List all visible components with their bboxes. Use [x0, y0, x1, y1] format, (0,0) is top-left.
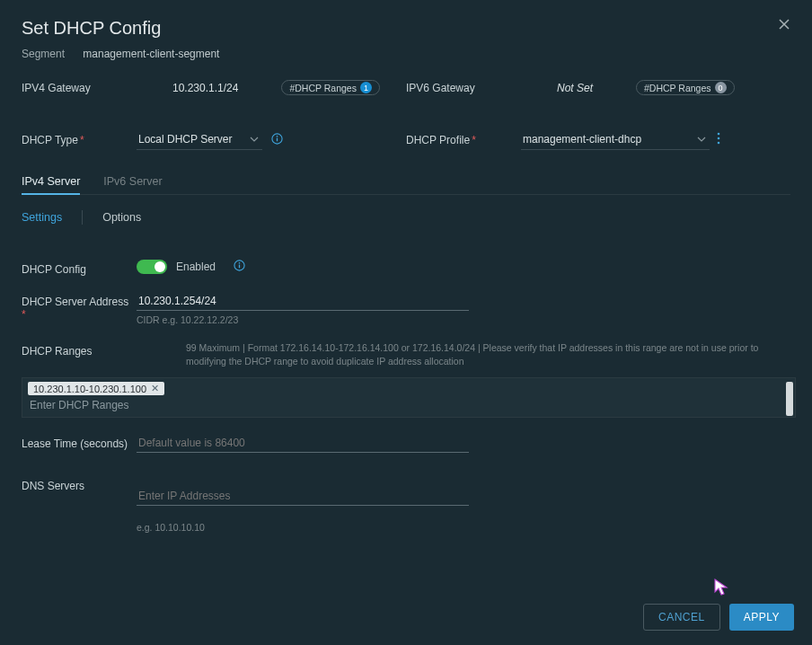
remove-chip-icon[interactable]: ✕	[151, 383, 159, 394]
dhcp-type-value: Local DHCP Server	[138, 133, 232, 146]
svg-rect-2	[277, 137, 278, 141]
segment-value: management-client-segment	[83, 48, 219, 60]
dns-servers-hint: e.g. 10.10.10.10	[137, 522, 790, 533]
profile-actions-icon[interactable]	[717, 132, 720, 147]
svg-point-3	[718, 133, 720, 136]
dhcp-ranges-label: DHCP Ranges	[22, 341, 137, 358]
ipv4-ranges-pill-label: #DHCP Ranges	[289, 83, 357, 93]
svg-rect-8	[239, 265, 240, 269]
dhcp-profile-label: DHCP Profile*	[406, 134, 521, 146]
svg-point-1	[277, 135, 278, 137]
svg-point-5	[718, 142, 720, 145]
ipv4-gateway-value: 10.230.1.1/24	[172, 82, 238, 94]
dialog-title: Set DHCP Config	[22, 18, 161, 39]
close-icon[interactable]	[778, 18, 790, 34]
dhcp-ranges-note: 99 Maximum | Format 172.16.14.10-172.16.…	[186, 341, 790, 368]
segment-label: Segment	[22, 48, 80, 60]
segment-row: Segment management-client-segment	[22, 48, 790, 60]
tab-ipv4-server[interactable]: IPv4 Server	[22, 175, 80, 195]
sub-tabs: Settings Options	[22, 208, 790, 227]
ipv6-ranges-pill[interactable]: #DHCP Ranges 0	[636, 80, 735, 95]
dhcp-range-chip: 10.230.1.10-10.230.1.100 ✕	[28, 382, 164, 395]
ipv4-ranges-pill[interactable]: #DHCP Ranges 1	[281, 80, 380, 95]
cancel-button[interactable]: CANCEL	[643, 604, 720, 631]
apply-button[interactable]: APPLY	[729, 604, 794, 631]
svg-point-4	[718, 137, 720, 140]
dialog-header: Set DHCP Config	[22, 18, 790, 39]
tab-separator	[82, 210, 83, 225]
ipv6-gateway: IPV6 Gateway Not Set #DHCP Ranges 0	[406, 80, 790, 95]
server-address-hint: CIDR e.g. 10.22.12.2/23	[137, 314, 790, 325]
lease-time-label: Lease Time (seconds)	[22, 434, 137, 450]
dhcp-config-dialog: Set DHCP Config Segment management-clien…	[0, 0, 812, 645]
dhcp-ranges-input[interactable]	[22, 395, 795, 417]
ipv6-gateway-value: Not Set	[557, 82, 593, 94]
ipv6-ranges-count: 0	[715, 82, 727, 93]
mouse-cursor-icon	[714, 579, 728, 600]
dialog-footer: CANCEL APPLY	[643, 604, 794, 631]
server-tabs: IPv4 Server IPv6 Server	[22, 175, 790, 195]
ipv4-gateway: IPV4 Gateway 10.230.1.1/24 #DHCP Ranges …	[22, 80, 406, 95]
ipv4-ranges-count: 1	[360, 82, 372, 93]
chevron-down-icon	[697, 134, 706, 146]
dhcp-type-label: DHCP Type*	[22, 134, 137, 146]
dhcp-profile-select[interactable]: management-client-dhcp	[521, 129, 710, 150]
ipv4-gateway-label: IPV4 Gateway	[22, 82, 129, 94]
info-icon[interactable]	[234, 260, 245, 274]
lease-time-input[interactable]	[137, 434, 469, 453]
dhcp-ranges-field[interactable]: 10.230.1.10-10.230.1.100 ✕	[22, 377, 796, 418]
dhcp-config-toggle[interactable]	[137, 260, 167, 274]
ipv6-gateway-label: IPV6 Gateway	[406, 82, 514, 94]
dhcp-type-select[interactable]: Local DHCP Server	[137, 129, 262, 150]
dhcp-config-label: DHCP Config	[22, 260, 137, 276]
info-icon[interactable]	[271, 133, 283, 147]
tab-options[interactable]: Options	[102, 208, 141, 227]
dhcp-range-chip-text: 10.230.1.10-10.230.1.100	[33, 384, 146, 394]
server-address-input[interactable]	[137, 292, 469, 311]
tab-ipv6-server[interactable]: IPv6 Server	[103, 175, 162, 194]
dhcp-config-status: Enabled	[176, 261, 216, 273]
server-address-label: DHCP Server Address *	[22, 292, 137, 321]
dhcp-profile-value: management-client-dhcp	[523, 133, 641, 146]
dns-servers-input[interactable]	[137, 487, 469, 506]
scrollbar-thumb[interactable]	[786, 382, 793, 416]
tab-settings[interactable]: Settings	[22, 208, 62, 227]
svg-point-7	[239, 262, 241, 264]
dns-servers-label: DNS Servers	[22, 476, 137, 492]
chevron-down-icon	[250, 134, 259, 146]
ipv6-ranges-pill-label: #DHCP Ranges	[644, 83, 711, 93]
